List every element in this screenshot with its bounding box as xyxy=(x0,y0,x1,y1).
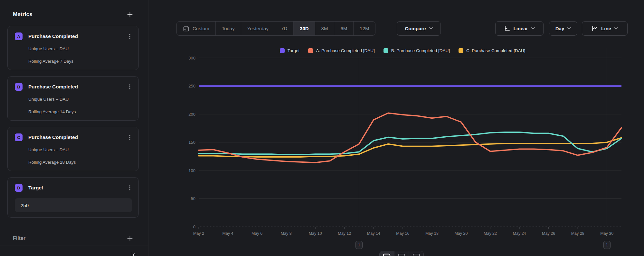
range-segment-yesterday[interactable]: Yesterday xyxy=(241,22,275,35)
range-segment-3m[interactable]: 3M xyxy=(315,22,334,35)
interval-label: Day xyxy=(555,26,564,31)
metric-card-a[interactable]: A Purchase Completed Unique Users – DAU … xyxy=(7,26,139,70)
chart-type-selector-button[interactable]: Line xyxy=(582,21,628,36)
add-metric-button[interactable] xyxy=(125,10,135,19)
sidebar-divider xyxy=(0,245,148,245)
svg-text:250: 250 xyxy=(188,84,195,88)
view-toggle-split[interactable] xyxy=(409,251,423,256)
sidebar-header: Metrics xyxy=(13,10,135,19)
range-segment-7d[interactable]: 7D xyxy=(275,22,293,35)
linear-axis-icon xyxy=(504,25,510,32)
svg-text:300: 300 xyxy=(188,56,195,60)
svg-text:150: 150 xyxy=(188,140,195,145)
svg-text:May 24: May 24 xyxy=(513,231,526,236)
metric-transform: Rolling Average 14 Days xyxy=(28,109,76,114)
split-view-icon xyxy=(412,253,420,256)
svg-text:May 30: May 30 xyxy=(600,231,613,236)
metric-title: Purchase Completed xyxy=(28,33,78,39)
metric-menu-button[interactable] xyxy=(125,183,135,193)
kebab-icon xyxy=(127,84,132,90)
metric-badge-a: A xyxy=(15,32,23,40)
kebab-icon xyxy=(127,33,132,39)
metric-card-c[interactable]: C Purchase Completed Unique Users – DAU … xyxy=(7,127,139,171)
metric-title: Target xyxy=(28,185,43,191)
plus-icon xyxy=(127,12,133,17)
kebab-icon xyxy=(127,134,132,140)
annotation-badge[interactable]: 1 xyxy=(603,241,611,249)
svg-text:May 2: May 2 xyxy=(193,231,204,236)
svg-text:May 12: May 12 xyxy=(338,231,351,236)
range-label: Today xyxy=(222,26,235,31)
filter-title: Filter xyxy=(13,235,25,241)
date-range-control: Custom Today Yesterday 7D 30D 3M 6M 12M xyxy=(176,21,375,36)
metrics-sidebar: Metrics A Purchase Completed Unique User… xyxy=(0,0,148,256)
svg-text:May 6: May 6 xyxy=(251,231,262,236)
range-label: Yesterday xyxy=(247,26,269,31)
view-toggle-chart-active[interactable] xyxy=(380,251,394,256)
chevron-down-icon xyxy=(614,27,618,30)
metric-title: Purchase Completed xyxy=(28,134,78,140)
range-segment-today[interactable]: Today xyxy=(215,22,241,35)
metric-menu-button[interactable] xyxy=(125,32,135,41)
interval-selector-button[interactable]: Day xyxy=(549,21,577,36)
range-label: 30D xyxy=(300,26,309,31)
target-card[interactable]: D Target xyxy=(7,177,139,218)
svg-text:May 26: May 26 xyxy=(542,231,555,236)
svg-text:May 28: May 28 xyxy=(571,231,584,236)
svg-text:50: 50 xyxy=(191,196,195,201)
kebab-icon xyxy=(127,185,132,191)
metric-badge-b: B xyxy=(15,83,23,91)
metric-badge-c: C xyxy=(15,133,23,141)
scale-selector-button[interactable]: Linear xyxy=(495,21,544,36)
calendar-icon xyxy=(183,25,189,32)
metric-title: Purchase Completed xyxy=(28,84,78,90)
annotation-badge[interactable]: 1 xyxy=(355,241,363,249)
range-segment-6m[interactable]: 6M xyxy=(334,22,353,35)
range-label: 7D xyxy=(281,26,287,31)
svg-text:May 4: May 4 xyxy=(223,231,233,236)
svg-text:May 22: May 22 xyxy=(484,231,497,236)
compare-button[interactable]: Compare xyxy=(397,21,441,36)
svg-text:0: 0 xyxy=(193,224,195,229)
chart-type-label: Line xyxy=(601,26,611,31)
svg-text:May 10: May 10 xyxy=(309,231,322,236)
svg-text:May 8: May 8 xyxy=(281,231,292,236)
metric-transform: Rolling Average 28 Days xyxy=(28,160,76,165)
metric-card-b[interactable]: B Purchase Completed Unique Users – DAU … xyxy=(7,76,139,121)
range-segment-12m[interactable]: 12M xyxy=(353,22,375,35)
view-toggle-control xyxy=(379,251,424,256)
range-segment-30d-selected[interactable]: 30D xyxy=(293,22,315,35)
range-label: 6M xyxy=(340,26,347,31)
collapse-left-icon xyxy=(130,251,137,256)
metric-measure: Unique Users – DAU xyxy=(28,147,69,152)
metric-menu-button[interactable] xyxy=(125,82,135,92)
metric-transform: Rolling Average 7 Days xyxy=(28,59,73,64)
filter-section: Filter xyxy=(13,233,135,243)
svg-text:May 20: May 20 xyxy=(454,231,468,236)
metrics-dashboard: Metrics A Purchase Completed Unique User… xyxy=(0,0,644,256)
chevron-down-icon xyxy=(531,27,535,30)
svg-text:May 14: May 14 xyxy=(367,231,380,236)
metric-menu-button[interactable] xyxy=(125,133,135,142)
target-value-input[interactable] xyxy=(15,198,132,212)
line-chart-icon xyxy=(592,25,598,32)
range-label: Custom xyxy=(193,26,209,31)
metric-measure: Unique Users – DAU xyxy=(28,46,69,51)
sidebar-title: Metrics xyxy=(13,11,33,18)
svg-text:May 18: May 18 xyxy=(425,231,439,236)
metric-badge-d: D xyxy=(15,184,23,192)
view-toggle-table[interactable] xyxy=(394,251,409,256)
svg-text:May 16: May 16 xyxy=(396,231,409,236)
table-view-icon xyxy=(398,253,405,256)
scale-label: Linear xyxy=(513,26,528,31)
add-filter-button[interactable] xyxy=(125,233,135,243)
svg-text:100: 100 xyxy=(188,168,195,173)
chevron-down-icon xyxy=(429,27,433,30)
range-segment-custom[interactable]: Custom xyxy=(177,22,215,35)
compare-label: Compare xyxy=(405,26,426,31)
svg-text:200: 200 xyxy=(188,112,195,117)
range-label: 12M xyxy=(360,26,369,31)
chart-plot-area[interactable] xyxy=(199,48,621,227)
collapse-sidebar-button[interactable] xyxy=(129,250,138,256)
chart-view-icon xyxy=(383,253,391,256)
